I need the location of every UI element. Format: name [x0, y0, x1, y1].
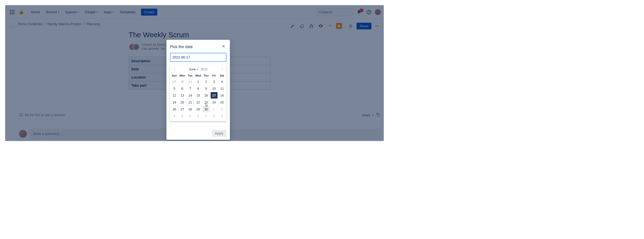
- calendar-day[interactable]: 20: [178, 99, 186, 106]
- svg-point-15: [376, 26, 376, 26]
- calendar-day[interactable]: 14: [186, 92, 194, 99]
- calendar-day[interactable]: 1: [210, 106, 218, 112]
- calendar-day[interactable]: 7: [186, 85, 194, 92]
- notifications-button[interactable]: 9+: [355, 8, 363, 16]
- calendar-day[interactable]: 11: [218, 85, 226, 92]
- search-input[interactable]: [322, 10, 351, 14]
- calendar-day[interactable]: 28: [186, 106, 194, 112]
- calendar-day[interactable]: 13: [178, 92, 186, 99]
- calendar-day[interactable]: 30: [178, 78, 186, 85]
- breadcrumb-space[interactable]: Elena Ovdienko: [18, 22, 42, 26]
- svg-point-18: [20, 113, 22, 116]
- comments-button[interactable]: [298, 22, 306, 30]
- nav-recent[interactable]: Recent▾: [44, 9, 62, 16]
- apply-button[interactable]: Apply: [212, 130, 226, 137]
- app-action-1[interactable]: [327, 22, 334, 30]
- calendar-day[interactable]: 3: [210, 78, 218, 85]
- labels-bar: event ✕: [362, 113, 380, 118]
- search-icon: [318, 10, 322, 14]
- nav-apps[interactable]: Apps▾: [101, 9, 116, 16]
- sidebar-expand-button[interactable]: [10, 23, 15, 29]
- svg-marker-13: [310, 24, 313, 28]
- edit-button[interactable]: [289, 22, 296, 30]
- calendar-day[interactable]: 1: [194, 78, 202, 85]
- chevron-right-icon: [11, 25, 14, 28]
- calendar-day[interactable]: 12: [170, 92, 178, 99]
- breadcrumb-project[interactable]: Handy Macros Project: [48, 22, 82, 26]
- date-picker-modal: Pick the date June ▾ 2022 Sun M: [166, 40, 230, 140]
- help-button[interactable]: [365, 8, 373, 16]
- calendar: June ▾ 2022 Sun Mon Tue Wed Thu Fri Sat: [170, 64, 226, 121]
- calendar-day[interactable]: 19: [170, 99, 178, 106]
- calendar-day[interactable]: 2: [218, 106, 226, 112]
- calendar-day[interactable]: 3: [170, 112, 178, 120]
- calendar-day[interactable]: 8: [210, 112, 218, 120]
- calendar-day[interactable]: 15: [194, 92, 202, 99]
- nav-home-label: Home: [31, 10, 40, 14]
- date-input[interactable]: [170, 53, 226, 62]
- calendar-day[interactable]: 16: [202, 92, 210, 99]
- calendar-day[interactable]: 27: [178, 106, 186, 112]
- calendar-day[interactable]: 17: [210, 92, 218, 99]
- prev-month-button[interactable]: [172, 66, 177, 72]
- app-icon: [328, 24, 332, 28]
- more-actions-button[interactable]: [374, 22, 381, 30]
- create-button[interactable]: Create: [141, 9, 157, 16]
- next-month-button[interactable]: [220, 66, 224, 72]
- nav-spaces[interactable]: Spaces▾: [63, 9, 82, 16]
- profile-avatar[interactable]: [375, 9, 381, 15]
- star-button[interactable]: [308, 22, 315, 30]
- calendar-day[interactable]: 10: [210, 85, 218, 92]
- comment-placeholder: Write a comment…: [33, 132, 63, 136]
- close-button[interactable]: [220, 43, 226, 50]
- calendar-day[interactable]: 18: [218, 92, 226, 99]
- app-action-2[interactable]: [336, 23, 342, 29]
- calendar-day[interactable]: 31: [186, 78, 194, 85]
- app-switcher-icon[interactable]: [8, 8, 16, 16]
- calendar-day[interactable]: 9: [218, 112, 226, 120]
- calendar-day[interactable]: 25: [218, 99, 226, 106]
- calendar-day[interactable]: 7: [202, 112, 210, 120]
- calendar-day[interactable]: 29: [194, 106, 202, 112]
- avatar: [19, 130, 27, 138]
- calendar-day[interactable]: 2: [202, 78, 210, 85]
- calendar-day[interactable]: 30: [202, 106, 210, 112]
- share-button[interactable]: Share: [356, 23, 372, 30]
- breadcrumb-page[interactable]: Planning: [86, 22, 100, 26]
- search-box[interactable]: [316, 8, 353, 16]
- calendar-day[interactable]: 5: [170, 85, 178, 92]
- page-actions: Share: [289, 22, 381, 30]
- close-icon: [222, 44, 226, 48]
- calendar-day[interactable]: 4: [218, 78, 226, 85]
- month-year-select[interactable]: June ▾ 2022: [189, 68, 208, 71]
- product-logo-icon[interactable]: [19, 9, 25, 15]
- chevron-right-icon: [220, 68, 224, 70]
- calendar-day[interactable]: 6: [178, 85, 186, 92]
- svg-rect-2: [13, 10, 14, 11]
- comment-icon: [300, 24, 304, 28]
- calendar-day[interactable]: 29: [170, 78, 178, 85]
- calendar-day[interactable]: 5: [186, 112, 194, 120]
- modal-footer: Apply: [170, 130, 226, 137]
- restrictions-button[interactable]: [347, 22, 354, 30]
- nav-people[interactable]: People▾: [82, 9, 100, 16]
- calendar-day[interactable]: 23: [202, 99, 210, 106]
- label-chip[interactable]: event: [362, 113, 370, 117]
- contributor-avatars[interactable]: [129, 43, 140, 51]
- calendar-day[interactable]: 4: [178, 112, 186, 120]
- remove-label-icon[interactable]: ✕: [372, 114, 374, 117]
- weekday-header: Thu: [202, 73, 210, 78]
- tag-icon[interactable]: [376, 113, 380, 118]
- watch-button[interactable]: [317, 22, 324, 30]
- calendar-day[interactable]: 24: [210, 99, 218, 106]
- calendar-day[interactable]: 8: [194, 85, 202, 92]
- nav-templates[interactable]: Templates: [117, 9, 138, 16]
- nav-home[interactable]: Home: [28, 9, 42, 16]
- reactions-bar[interactable]: Be the first to add a reaction: [19, 113, 65, 117]
- calendar-day[interactable]: 21: [186, 99, 194, 106]
- nav-right: 9+: [316, 8, 381, 16]
- calendar-day[interactable]: 9: [202, 85, 210, 92]
- calendar-day[interactable]: 6: [194, 112, 202, 120]
- calendar-day[interactable]: 22: [194, 99, 202, 106]
- calendar-day[interactable]: 26: [170, 106, 178, 112]
